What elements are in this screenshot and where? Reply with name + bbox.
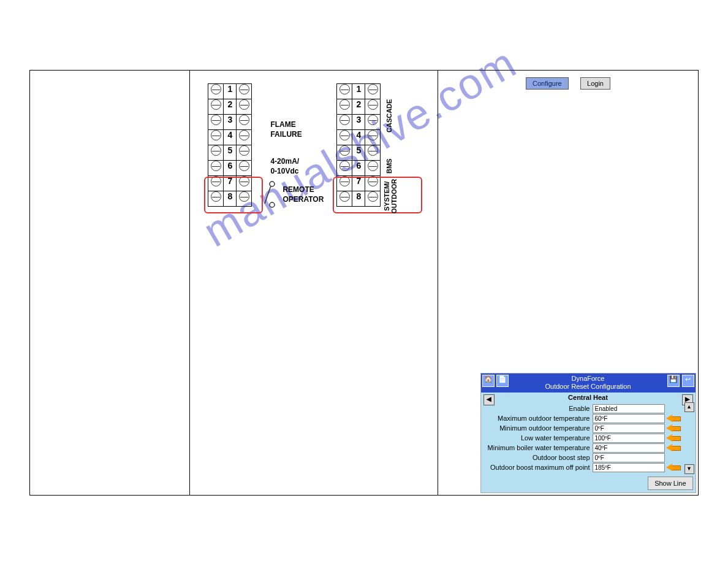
scroll-up-button[interactable]: ▲: [684, 402, 694, 412]
panel-title2: Outdoor Reset Configuration: [482, 383, 694, 391]
param-row: Low water temperature100ºF: [482, 434, 683, 443]
panel-title1: DynaForce: [482, 375, 694, 383]
scroll-down-button[interactable]: ▼: [684, 464, 694, 474]
param-row: EnableEnabled: [482, 404, 683, 413]
param-row: Maximum outdoor temperature60ºF: [482, 414, 683, 423]
arrow-icon: [666, 425, 683, 431]
highlight-system-outdoor: [333, 177, 422, 213]
panel-nav: ◀ Central Heat ▶: [481, 393, 696, 402]
outdoor-reset-panel: 🏠 📄 💾 ↩ DynaForce Outdoor Reset Configur…: [480, 373, 696, 492]
terminal-diagram: 12345678 FLAME FAILURE 4-20mA/ 0-10Vdc R…: [191, 71, 437, 231]
param-label: Enable: [482, 405, 593, 412]
param-label: Minimum boiler water temperature: [482, 444, 593, 451]
param-value[interactable]: 100ºF: [593, 434, 665, 443]
arrow-icon: [666, 405, 683, 412]
param-row: Outdoor boost maximum off point185ºF: [482, 463, 683, 472]
param-label: Maximum outdoor temperature: [482, 415, 593, 422]
param-value[interactable]: 0ºF: [593, 453, 665, 462]
arrow-icon: [666, 464, 683, 470]
param-row: Minimum boiler water temperature40ºF: [482, 443, 683, 453]
param-value[interactable]: 0ºF: [593, 424, 665, 433]
show-line-button[interactable]: Show Line: [648, 477, 692, 490]
arrow-icon: [666, 415, 683, 421]
label-system-outdoor: SYSTEM/ OUTDOOR: [383, 179, 398, 213]
param-label: Minimum outdoor temperature: [482, 424, 593, 432]
home-icon[interactable]: 🏠: [482, 375, 495, 387]
login-button[interactable]: Login: [580, 77, 610, 90]
arrow-icon: [666, 435, 683, 441]
param-row: Minimum outdoor temperature0ºF: [482, 424, 683, 433]
show-line-row: Show Line: [481, 474, 696, 492]
param-value[interactable]: Enabled: [593, 404, 665, 413]
content-table: 12345678 FLAME FAILURE 4-20mA/ 0-10Vdc R…: [29, 70, 699, 496]
arrow-icon: [666, 445, 683, 451]
save-icon[interactable]: 💾: [667, 375, 680, 387]
svg-point-1: [270, 202, 275, 207]
label-bms: BMS: [385, 148, 393, 174]
label-signal: 4-20mA/ 0-10Vdc: [270, 157, 299, 176]
arrow-icon: [666, 454, 683, 461]
panel-section: Central Heat: [568, 394, 608, 401]
configure-button[interactable]: Configure: [526, 77, 569, 90]
file-icon[interactable]: 📄: [496, 375, 509, 387]
svg-line-2: [265, 186, 271, 204]
switch-icon: [261, 180, 276, 210]
svg-point-0: [270, 182, 275, 186]
label-flame-failure: FLAME FAILURE: [270, 120, 301, 139]
param-value[interactable]: 60ºF: [593, 414, 665, 423]
back-icon[interactable]: ↩: [682, 375, 694, 387]
param-value[interactable]: 40ºF: [593, 443, 665, 453]
param-value[interactable]: 185ºF: [593, 463, 665, 472]
param-label: Low water temperature: [482, 434, 593, 442]
highlight-remote-operator: [204, 177, 263, 213]
panel-header: 🏠 📄 💾 ↩ DynaForce Outdoor Reset Configur…: [481, 373, 696, 392]
label-remote-operator: REMOTE OPERATOR: [282, 185, 324, 204]
param-label: Outdoor boost step: [482, 454, 593, 461]
param-label: Outdoor boost maximum off point: [482, 464, 593, 471]
param-row: Outdoor boost step0ºF: [482, 453, 683, 462]
label-cascade: CASCADE: [385, 90, 393, 132]
